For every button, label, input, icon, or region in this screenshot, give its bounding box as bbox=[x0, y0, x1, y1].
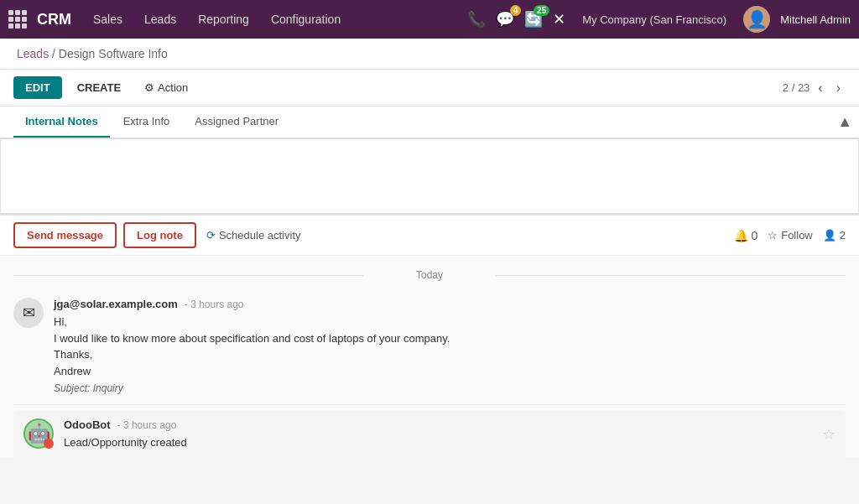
message-sender: jga@solar.example.com bbox=[54, 298, 178, 310]
next-page-button[interactable]: › bbox=[831, 79, 846, 97]
chatter-right: 🔔 0 ☆ Follow 👤 2 bbox=[734, 229, 846, 242]
schedule-activity-button[interactable]: ⟳ Schedule activity bbox=[206, 229, 301, 242]
message-text: Lead/Opportunity created bbox=[64, 434, 812, 451]
message-body: jga@solar.example.com - 3 hours ago Hi, … bbox=[54, 298, 846, 394]
message-time: - 3 hours ago bbox=[117, 419, 177, 431]
bot-badge bbox=[44, 439, 54, 449]
breadcrumb-parent[interactable]: Leads bbox=[17, 47, 49, 60]
send-message-button[interactable]: Send message bbox=[13, 222, 117, 248]
message-time: - 3 hours ago bbox=[185, 299, 244, 310]
chat-icon[interactable]: 💬 4 bbox=[496, 10, 514, 29]
avatar: 🤖 bbox=[23, 418, 54, 449]
settings-icon[interactable]: ✕ bbox=[553, 10, 565, 29]
follower-count: 👤 2 bbox=[823, 229, 846, 242]
breadcrumb-separator: / bbox=[52, 47, 59, 60]
avatar[interactable]: 👤 bbox=[743, 6, 770, 33]
list-item: 🤖 OdooBot - 3 hours ago Lead/Opportunity… bbox=[13, 410, 846, 457]
brand-section: CRM bbox=[8, 10, 80, 29]
follow-button[interactable]: ☆ Follow bbox=[768, 229, 813, 242]
activity-bell[interactable]: 🔔 0 bbox=[734, 229, 757, 242]
follow-icon: ☆ bbox=[768, 229, 778, 242]
pagination: 2 / 23 ‹ › bbox=[783, 79, 846, 97]
user-name: Mitchell Admin bbox=[780, 13, 851, 26]
messages-area: Today ✉ jga@solar.example.com - 3 hours … bbox=[0, 256, 859, 457]
action-button[interactable]: ⚙ Action bbox=[136, 76, 196, 99]
prev-page-button[interactable]: ‹ bbox=[813, 79, 827, 97]
nav-sales[interactable]: Sales bbox=[85, 9, 131, 29]
phone-icon[interactable]: 📞 bbox=[467, 10, 486, 29]
tab-extra-info[interactable]: Extra Info bbox=[112, 107, 182, 138]
edit-button[interactable]: EDIT bbox=[13, 76, 62, 99]
clock-badge: 25 bbox=[534, 5, 549, 16]
app-grid-icon[interactable] bbox=[8, 10, 27, 29]
tab-scroll-button[interactable]: ▲ bbox=[837, 113, 852, 131]
brand-name[interactable]: CRM bbox=[37, 11, 71, 29]
message-text: Hi, I would like to know more about spec… bbox=[54, 314, 846, 379]
chatter-actions: Send message Log note ⟳ Schedule activit… bbox=[0, 216, 859, 256]
nav-configuration[interactable]: Configuration bbox=[263, 9, 349, 29]
toolbar: EDIT CREATE ⚙ Action 2 / 23 ‹ › bbox=[0, 70, 859, 107]
breadcrumb-current: Design Software Info bbox=[59, 47, 168, 60]
tab-internal-notes[interactable]: Internal Notes bbox=[13, 107, 110, 138]
follower-icon: 👤 bbox=[823, 229, 836, 242]
clock-icon[interactable]: 🔄 25 bbox=[524, 10, 543, 29]
log-note-button[interactable]: Log note bbox=[123, 222, 196, 248]
tab-container: Internal Notes Extra Info Assigned Partn… bbox=[0, 107, 859, 215]
action-icon: ⚙ bbox=[144, 81, 154, 94]
nav-leads[interactable]: Leads bbox=[136, 9, 185, 29]
star-button[interactable]: ☆ bbox=[822, 418, 836, 451]
message-body: OdooBot - 3 hours ago Lead/Opportunity c… bbox=[64, 418, 812, 451]
navbar: CRM Sales Leads Reporting Configuration … bbox=[0, 0, 859, 39]
tab-content-internal-notes bbox=[0, 138, 859, 214]
tab-assigned-partner[interactable]: Assigned Partner bbox=[183, 107, 290, 138]
create-button[interactable]: CREATE bbox=[67, 76, 131, 99]
nav-icons: 📞 💬 4 🔄 25 ✕ My Company (San Francisco) … bbox=[467, 6, 851, 33]
bell-icon: 🔔 bbox=[734, 229, 748, 242]
message-subject: Subject: Inquiry bbox=[54, 382, 846, 394]
chat-badge: 4 bbox=[510, 5, 522, 16]
nav-reporting[interactable]: Reporting bbox=[190, 9, 258, 29]
breadcrumb: Leads / Design Software Info bbox=[0, 39, 859, 70]
tabs-row: Internal Notes Extra Info Assigned Partn… bbox=[0, 107, 859, 138]
message-sender: OdooBot bbox=[64, 418, 111, 431]
list-item: ✉ jga@solar.example.com - 3 hours ago Hi… bbox=[13, 288, 846, 405]
schedule-icon: ⟳ bbox=[206, 229, 216, 242]
chatter: Send message Log note ⟳ Schedule activit… bbox=[0, 215, 859, 457]
company-label: My Company (San Francisco) bbox=[582, 13, 726, 26]
avatar: ✉ bbox=[13, 298, 44, 328]
date-divider: Today bbox=[13, 269, 846, 281]
